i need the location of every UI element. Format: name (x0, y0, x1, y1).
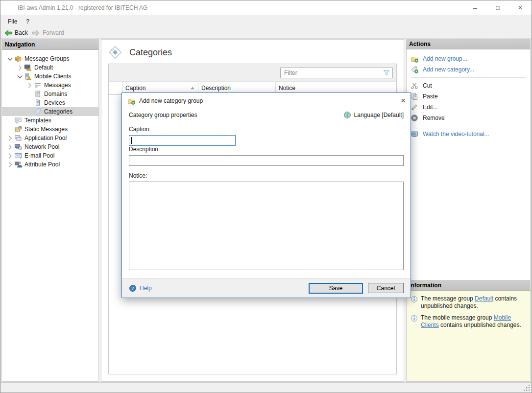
pencil-icon (411, 103, 418, 111)
tag-icon (34, 108, 42, 116)
save-button[interactable]: Save (309, 283, 363, 294)
title-bar: IBI-aws Admin 1.21.0 - registered for IB… (0, 0, 532, 15)
info-icon (411, 315, 418, 322)
menu-file[interactable]: File (3, 17, 22, 26)
folder-plus-icon (411, 55, 418, 63)
tree-item-templates[interactable]: Templates (2, 116, 98, 125)
tree-item-attribute-pool[interactable]: Attribute Pool (2, 160, 98, 169)
tree-item-domains[interactable]: Domains (2, 90, 98, 98)
email-pool-icon (14, 152, 22, 160)
caption-field[interactable] (129, 135, 236, 146)
action-remove[interactable]: Remove (407, 113, 530, 123)
messages-icon (34, 81, 42, 89)
dialog-title-bar: Add new category group × (122, 93, 411, 108)
filter-funnel-icon[interactable] (383, 69, 390, 77)
description-field[interactable] (129, 155, 404, 166)
action-edit[interactable]: Edit... (407, 102, 530, 113)
tree-item-message-groups[interactable]: Message Groups (2, 54, 98, 63)
tree-item-network-pool[interactable]: Network Pool (2, 142, 98, 151)
info-text: The message group Default contains unpub… (421, 295, 526, 310)
forward-button[interactable]: Forward (31, 28, 67, 38)
info-link-default[interactable]: Default (475, 295, 493, 302)
tree-item-label: Message Groups (24, 55, 69, 62)
caption-field-wrap (129, 135, 404, 146)
tree-item-label: Network Pool (24, 143, 59, 150)
tree-item-label: Attribute Pool (24, 161, 60, 168)
navigation-panel: Navigation Message GroupsDefaultMobile C… (1, 39, 99, 382)
back-label: Back (15, 29, 28, 36)
globe-icon (343, 111, 351, 119)
dialog-body: Category group properties Language [Defa… (122, 108, 411, 278)
back-button[interactable]: Back (3, 28, 31, 38)
information-header: Information (406, 280, 531, 291)
maximize-button[interactable]: □ (486, 0, 509, 15)
action-label: Watch the video-tutorial... (423, 131, 489, 138)
tree-item-application-pool[interactable]: Application Pool (2, 134, 98, 142)
tree-item-categories[interactable]: Categories (2, 107, 98, 116)
action-label: Cut (423, 82, 432, 89)
mobile-warning-icon (24, 72, 32, 80)
cancel-button[interactable]: Cancel (368, 283, 404, 293)
tree-item-label: Messages (44, 82, 71, 89)
forward-label: Forward (43, 29, 64, 36)
add-category-group-dialog: Add new category group × Category group … (121, 92, 411, 298)
tv-icon (411, 130, 418, 138)
help-link[interactable]: ? Help (129, 284, 152, 292)
main-header: Categories (101, 40, 404, 64)
description-label: Description: (129, 146, 404, 153)
expander-spacer (6, 125, 14, 133)
text-caret (131, 137, 132, 144)
app-window: IBI-aws Admin 1.21.0 - registered for IB… (0, 0, 532, 393)
tree-item-label: Static Messages (24, 126, 68, 133)
action-add-new-category[interactable]: Add new category... (407, 64, 530, 75)
chevron-right-icon[interactable] (16, 64, 24, 71)
tree-item-devices[interactable]: Devices (2, 98, 98, 107)
tree-item-default[interactable]: Default (2, 63, 98, 72)
language-selector[interactable]: Language [Default] (343, 111, 404, 119)
resize-grip-icon[interactable] (524, 385, 531, 392)
chevron-right-icon[interactable] (6, 152, 14, 160)
tree-item-mobile-clients[interactable]: Mobile Clients (2, 72, 98, 81)
dialog-footer: ? Help Save Cancel (122, 278, 411, 298)
notice-field[interactable] (129, 182, 404, 270)
navigation-tree: Message GroupsDefaultMobile ClientsMessa… (2, 50, 98, 169)
action-cut[interactable]: Cut (407, 80, 530, 91)
chevron-right-icon[interactable] (6, 143, 14, 151)
dialog-close-button[interactable]: × (396, 93, 411, 108)
tag-large-icon (108, 45, 122, 60)
action-paste[interactable]: Paste (407, 91, 530, 102)
actions-separator (411, 77, 526, 78)
info-icon (411, 296, 418, 303)
tree-item-static-messages[interactable]: Static Messages (2, 125, 98, 134)
folder-plus-icon (127, 97, 135, 105)
info-text-part: The mobile message group (421, 314, 494, 321)
help-icon: ? (129, 284, 137, 292)
chevron-down-icon[interactable] (6, 55, 14, 63)
chevron-right-icon[interactable] (6, 161, 14, 168)
tree-item-label: Devices (44, 99, 65, 106)
tree-item-label: E-mail Pool (24, 152, 54, 159)
column-header-rowselect[interactable] (109, 82, 122, 94)
attribute-pool-icon (14, 161, 22, 168)
paste-icon (411, 92, 418, 100)
caption-column-label: Caption (125, 85, 145, 92)
close-button[interactable]: × (509, 0, 532, 15)
tree-item-e-mail-pool[interactable]: E-mail Pool (2, 151, 98, 160)
tree-item-messages[interactable]: Messages (2, 81, 98, 90)
minimize-button[interactable]: – (464, 0, 486, 15)
help-label: Help (140, 285, 152, 292)
action-label: Edit... (423, 104, 438, 111)
action-label: Paste (423, 93, 438, 100)
action-add-new-group[interactable]: Add new group... (407, 53, 530, 64)
chevron-down-icon[interactable] (16, 72, 24, 80)
tree-item-label: Default (34, 64, 53, 71)
filter-input[interactable] (280, 68, 393, 78)
tree-item-label: Mobile Clients (34, 73, 71, 80)
chevron-right-icon[interactable] (25, 81, 34, 89)
chevron-right-icon[interactable] (6, 134, 14, 142)
menu-help[interactable]: ? (22, 17, 34, 26)
menu-bar: File ? (0, 15, 532, 27)
app-logo-icon (5, 3, 14, 12)
arrow-right-gray-icon (32, 29, 40, 37)
action-watch-the-video-tutorial[interactable]: Watch the video-tutorial... (407, 129, 530, 139)
